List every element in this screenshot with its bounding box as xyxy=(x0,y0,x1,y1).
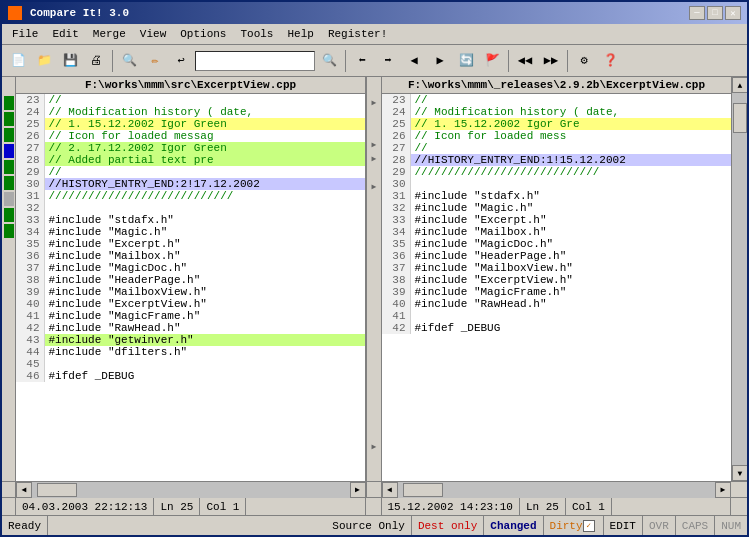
table-row: 27 // 2. 17.12.2002 Igor Green xyxy=(16,142,365,154)
toolbar-flag[interactable]: 🚩 xyxy=(480,49,504,73)
line-content: //HISTORY_ENTRY_END:2!17.12.2002 xyxy=(44,178,365,190)
left-scroll-thumb[interactable] xyxy=(37,483,77,497)
line-number: 31 xyxy=(382,190,410,202)
table-row: 37 #include "MailboxView.h" xyxy=(382,262,731,274)
right-pane-content[interactable]: 23 // 24 // Modification history ( date,… xyxy=(382,94,731,481)
dirty-checkbox[interactable]: ✓ xyxy=(583,520,595,532)
line-content: #include "MailboxView.h" xyxy=(44,286,365,298)
toolbar-gear[interactable]: ⚙ xyxy=(572,49,596,73)
toolbar-merge-left[interactable]: ◀ xyxy=(402,49,426,73)
line-content: #include "RawHead.h" xyxy=(44,322,365,334)
line-content: // 2. 17.12.2002 Igor Green xyxy=(44,142,365,154)
horizontal-scrollbars: ◀ ▶ ◀ ▶ xyxy=(2,481,747,497)
toolbar-info[interactable]: ❓ xyxy=(598,49,622,73)
table-row: 26 // Icon for loaded mess xyxy=(382,130,731,142)
toolbar-new[interactable]: 📄 xyxy=(6,49,30,73)
menu-view[interactable]: View xyxy=(134,26,172,42)
status-edit: EDIT xyxy=(604,516,643,535)
scroll-track[interactable] xyxy=(732,93,747,465)
left-ln: Ln 25 xyxy=(154,498,200,515)
left-scroll-right[interactable]: ▶ xyxy=(350,482,366,498)
line-number: 32 xyxy=(382,202,410,214)
table-row: 26 // Icon for loaded messag xyxy=(16,130,365,142)
line-number: 46 xyxy=(16,370,44,382)
line-number: 34 xyxy=(16,226,44,238)
line-content: //////////////////////////// xyxy=(44,190,365,202)
toolbar-merge-right[interactable]: ▶ xyxy=(428,49,452,73)
scroll-thumb[interactable] xyxy=(733,103,747,133)
toolbar-search-input[interactable] xyxy=(195,51,315,71)
title-bar-left: Compare It! 3.0 xyxy=(8,6,129,20)
line-content: //HISTORY_ENTRY_END:1!15.12.2002 xyxy=(410,154,731,166)
table-row: 40 #include "RawHead.h" xyxy=(382,298,731,310)
line-content: // xyxy=(410,94,731,106)
title-bar-controls: ─ □ ✕ xyxy=(689,6,741,20)
minimize-button[interactable]: ─ xyxy=(689,6,705,20)
toolbar-save[interactable]: 💾 xyxy=(58,49,82,73)
menu-options[interactable]: Options xyxy=(174,26,232,42)
table-row: 25 // 1. 15.12.2002 Igor Gre xyxy=(382,118,731,130)
divider-info-spacer xyxy=(366,498,382,515)
toolbar-copy-right[interactable]: ▶▶ xyxy=(539,49,563,73)
status-dirty: Dirty ✓ xyxy=(544,516,604,535)
toolbar-copy-left[interactable]: ◀◀ xyxy=(513,49,537,73)
menu-merge[interactable]: Merge xyxy=(87,26,132,42)
status-num: NUM xyxy=(715,516,747,535)
toolbar-next-right[interactable]: ➡ xyxy=(376,49,400,73)
menu-help[interactable]: Help xyxy=(281,26,319,42)
status-changed: Changed xyxy=(484,516,543,535)
menu-edit[interactable]: Edit xyxy=(46,26,84,42)
toolbar-search[interactable]: 🔍 xyxy=(117,49,141,73)
right-scroll-thumb[interactable] xyxy=(403,483,443,497)
toolbar-sync[interactable]: 🔄 xyxy=(454,49,478,73)
toolbar-undo[interactable]: ↩ xyxy=(169,49,193,73)
left-scroll-track[interactable] xyxy=(32,482,350,498)
line-content: #include "HeaderPage.h" xyxy=(410,250,731,262)
toolbar-prev-left[interactable]: ⬅ xyxy=(350,49,374,73)
scroll-down-button[interactable]: ▼ xyxy=(732,465,747,481)
line-number: 28 xyxy=(16,154,44,166)
menu-tools[interactable]: Tools xyxy=(234,26,279,42)
line-number: 24 xyxy=(16,106,44,118)
left-pane-content[interactable]: 23 // 24 // Modification history ( date,… xyxy=(16,94,365,481)
line-number: 32 xyxy=(16,202,44,214)
table-row: 41 xyxy=(382,310,731,322)
line-number: 25 xyxy=(16,118,44,130)
line-number: 35 xyxy=(382,238,410,250)
line-content: #ifdef _DEBUG xyxy=(44,370,365,382)
close-button[interactable]: ✕ xyxy=(725,6,741,20)
right-scroll-left[interactable]: ◀ xyxy=(382,482,398,498)
line-number: 27 xyxy=(382,142,410,154)
toolbar-open[interactable]: 📁 xyxy=(32,49,56,73)
right-hscrollbar[interactable]: ◀ ▶ xyxy=(382,482,732,497)
table-row: 37 #include "MagicDoc.h" xyxy=(16,262,365,274)
right-scrollbar[interactable]: ▲ ▼ xyxy=(731,77,747,481)
toolbar-sep3 xyxy=(508,50,509,72)
table-row: 35 #include "Excerpt.h" xyxy=(16,238,365,250)
line-number: 35 xyxy=(16,238,44,250)
menu-file[interactable]: File xyxy=(6,26,44,42)
table-row: 36 #include "Mailbox.h" xyxy=(16,250,365,262)
line-content: #include "Magic.h" xyxy=(410,202,731,214)
toolbar-search-go[interactable]: 🔍 xyxy=(317,49,341,73)
left-scroll-left[interactable]: ◀ xyxy=(16,482,32,498)
left-hscrollbar[interactable]: ◀ ▶ xyxy=(16,482,366,497)
right-info-spacer xyxy=(612,498,731,515)
toolbar: 📄 📁 💾 🖨 🔍 ✏ ↩ 🔍 ⬅ ➡ ◀ ▶ 🔄 🚩 ◀◀ ▶▶ ⚙ ❓ xyxy=(2,45,747,77)
right-scroll-right[interactable]: ▶ xyxy=(715,482,731,498)
menu-register[interactable]: Register! xyxy=(322,26,393,42)
line-content: #include "Mailbox.h" xyxy=(410,226,731,238)
line-number: 25 xyxy=(382,118,410,130)
toolbar-print[interactable]: 🖨 xyxy=(84,49,108,73)
toolbar-edit[interactable]: ✏ xyxy=(143,49,167,73)
num-label: NUM xyxy=(721,520,741,532)
ovr-label: OVR xyxy=(649,520,669,532)
table-row: 30 xyxy=(382,178,731,190)
maximize-button[interactable]: □ xyxy=(707,6,723,20)
toolbar-sep1 xyxy=(112,50,113,72)
right-scroll-track[interactable] xyxy=(398,482,716,498)
scroll-up-button[interactable]: ▲ xyxy=(732,77,747,93)
line-content: // 1. 15.12.2002 Igor Gre xyxy=(410,118,731,130)
line-number: 29 xyxy=(16,166,44,178)
left-pane: F:\works\mmm\src\ExcerptView.cpp 23 // 2… xyxy=(16,77,366,481)
